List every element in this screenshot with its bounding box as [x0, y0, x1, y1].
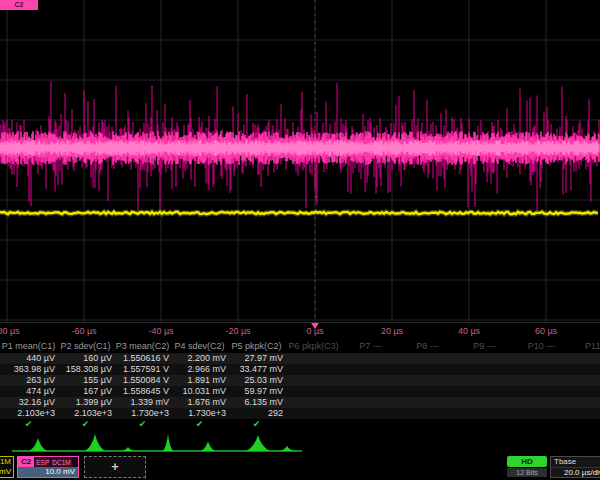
param-value: 1.676 mV: [171, 397, 228, 408]
param-value: [399, 386, 456, 397]
param-value: 155 µV: [57, 375, 114, 386]
trigger-position-marker[interactable]: [311, 323, 319, 329]
status-check-icon: ✔: [57, 419, 114, 430]
param-header[interactable]: P9 ---: [456, 340, 513, 353]
status-empty: [285, 419, 342, 430]
param-value: 2.200 mV: [171, 353, 228, 364]
param-value: 1.730e+3: [114, 408, 171, 419]
status-empty: [342, 419, 399, 430]
param-value: [285, 386, 342, 397]
time-tick-label: 20 µs: [381, 326, 403, 336]
time-axis: -80 µs-60 µs-40 µs-20 µs0 µs20 µs40 µs60…: [0, 322, 600, 339]
status-empty: [399, 419, 456, 430]
param-header[interactable]: P5 pkpk(C2): [228, 340, 285, 353]
param-value: [399, 397, 456, 408]
descriptor-bar: DC1M 10.0 mV C2 ESP DC1M 10.0 mV + HD 12…: [0, 455, 600, 480]
param-header[interactable]: P2 sdev(C1): [57, 340, 114, 353]
param-value: [456, 397, 513, 408]
param-value: [570, 375, 600, 386]
param-value: [513, 397, 570, 408]
param-value: [342, 364, 399, 375]
param-header[interactable]: P8 ---: [399, 340, 456, 353]
param-value: 263 µV: [0, 375, 57, 386]
param-value: [513, 408, 570, 419]
param-header[interactable]: P10 ---: [513, 340, 570, 353]
add-trace-button[interactable]: +: [84, 456, 146, 478]
oscilloscope-screen: C2 -80 µs-60 µs-40 µs-20 µs0 µs20 µs40 µ…: [0, 0, 600, 480]
param-value: [513, 386, 570, 397]
param-status-row: ✔✔✔✔✔: [0, 419, 600, 430]
param-value: [456, 353, 513, 364]
status-check-icon: ✔: [171, 419, 228, 430]
param-value: [399, 353, 456, 364]
param-value: 1.558645 V: [114, 386, 171, 397]
param-value: 1.550084 V: [114, 375, 171, 386]
status-empty: [570, 419, 600, 430]
param-value: 474 µV: [0, 386, 57, 397]
param-value: [570, 386, 600, 397]
param-value: 160 µV: [57, 353, 114, 364]
timebase-title: Tbase: [551, 457, 600, 468]
time-tick-label: -20 µs: [225, 326, 250, 336]
time-tick-label: -60 µs: [71, 326, 96, 336]
channel-c1-descriptor[interactable]: DC1M 10.0 mV: [0, 456, 14, 478]
param-header[interactable]: P1 mean(C1): [0, 340, 57, 353]
histogram-strip: [0, 432, 600, 455]
param-value: 1.730e+3: [171, 408, 228, 419]
c2-esp-badge: ESP: [35, 458, 50, 467]
hd-badge[interactable]: HD: [507, 456, 547, 467]
param-value: [456, 408, 513, 419]
waveform-grid[interactable]: C2: [0, 0, 600, 322]
param-header[interactable]: P3 mean(C2): [114, 340, 171, 353]
param-value: [399, 375, 456, 386]
c2-vertical-scale: 10.0 mV: [18, 467, 78, 477]
c1-vertical-scale: 10.0 mV: [0, 467, 13, 477]
param-value: 1.339 mV: [114, 397, 171, 408]
param-row-max: 474 µV167 µV1.558645 V10.031 mV59.97 mV: [0, 386, 600, 397]
param-value: [513, 375, 570, 386]
param-value: [456, 375, 513, 386]
time-tick-label: 60 µs: [535, 326, 557, 336]
time-tick-label: 40 µs: [458, 326, 480, 336]
time-tick-label: -80 µs: [0, 326, 20, 336]
param-value: 2.966 mV: [171, 364, 228, 375]
hd-mode-cell[interactable]: HD 12 Bits: [507, 456, 547, 478]
param-value: [399, 408, 456, 419]
param-row-num: 2.103e+32.103e+31.730e+31.730e+3292: [0, 408, 600, 419]
param-value: [285, 397, 342, 408]
param-value: 6.135 mV: [228, 397, 285, 408]
trace-label-c2[interactable]: C2: [0, 0, 38, 10]
channel-c2-descriptor[interactable]: C2 ESP DC1M 10.0 mV: [17, 456, 79, 478]
param-value: 167 µV: [57, 386, 114, 397]
param-value: [342, 397, 399, 408]
param-value: [342, 408, 399, 419]
timebase-descriptor[interactable]: Tbase 20.0 µs/div: [550, 456, 600, 478]
c1-coupling: DC1M: [0, 457, 13, 467]
param-value: 158.308 µV: [57, 364, 114, 375]
param-value: 33.477 mV: [228, 364, 285, 375]
param-header[interactable]: P11 ---: [570, 340, 600, 353]
param-row-mean: 363.98 µV158.308 µV1.557591 V2.966 mV33.…: [0, 364, 600, 375]
param-value: [456, 386, 513, 397]
param-value: 27.97 mV: [228, 353, 285, 364]
param-value: 440 µV: [0, 353, 57, 364]
param-value: 2.103e+3: [57, 408, 114, 419]
param-value: 25.03 mV: [228, 375, 285, 386]
c2-coupling-badge: DC1M: [51, 458, 71, 467]
param-value: [456, 364, 513, 375]
param-value: 10.031 mV: [171, 386, 228, 397]
param-header[interactable]: P4 sdev(C2): [171, 340, 228, 353]
param-value: 2.103e+3: [0, 408, 57, 419]
param-row-value: 440 µV160 µV1.550616 V2.200 mV27.97 mV: [0, 353, 600, 364]
param-value: 292: [228, 408, 285, 419]
param-value: 363.98 µV: [0, 364, 57, 375]
param-value: [513, 364, 570, 375]
param-value: 1.550616 V: [114, 353, 171, 364]
param-header[interactable]: P6 pkpk(C3): [285, 340, 342, 353]
hd-bits-label: 12 Bits: [507, 468, 547, 477]
c2-label: C2: [18, 457, 34, 467]
param-value: [285, 353, 342, 364]
time-tick-label: -40 µs: [148, 326, 173, 336]
param-header[interactable]: P7 ---: [342, 340, 399, 353]
param-value: [570, 364, 600, 375]
